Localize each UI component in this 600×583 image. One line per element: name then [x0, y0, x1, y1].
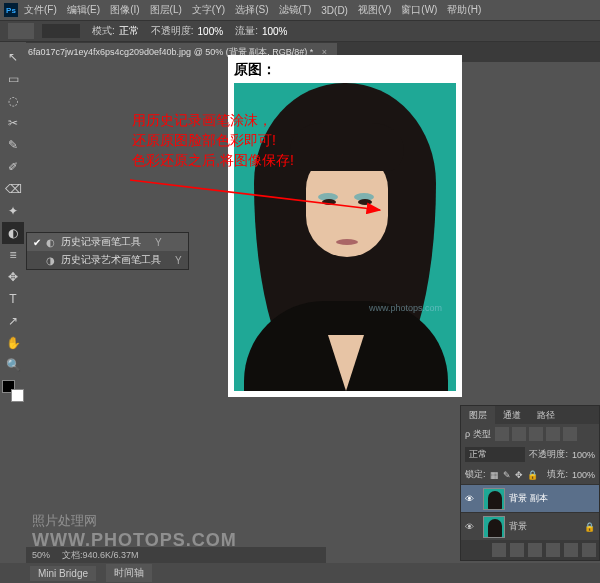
flyout-item-art-history-brush[interactable]: ◑ 历史记录艺术画笔工具 Y	[27, 251, 188, 269]
lock-icon: 🔒	[584, 522, 595, 532]
layer-thumbnail[interactable]	[483, 516, 505, 538]
gradient-tool-icon[interactable]: ≡	[2, 244, 24, 266]
history-brush-tool-icon[interactable]: ◐	[2, 222, 24, 244]
lock-transparency-icon[interactable]: ▦	[490, 470, 499, 480]
visibility-icon[interactable]: 👁	[465, 522, 479, 532]
type-tool-icon[interactable]: T	[2, 288, 24, 310]
layers-footer	[461, 540, 599, 560]
layer-filter-buttons	[495, 427, 577, 441]
app-logo: Ps	[4, 3, 18, 17]
new-group-icon[interactable]	[546, 543, 560, 557]
menu-help[interactable]: 帮助(H)	[447, 3, 481, 17]
eraser-tool-icon[interactable]: ⌫	[2, 178, 24, 200]
tutorial-annotation: 用历史记录画笔涂沫， 还原原图脸部色彩即可! 色彩还原之后,将图像保存!	[132, 110, 294, 170]
lock-position-icon[interactable]: ✥	[515, 470, 523, 480]
zoom-tool-icon[interactable]: 🔍	[2, 354, 24, 376]
background-color[interactable]	[11, 389, 24, 402]
annotation-line-1: 用历史记录画笔涂沫，	[132, 110, 294, 130]
menu-3d[interactable]: 3D(D)	[321, 5, 348, 16]
new-layer-icon[interactable]	[564, 543, 578, 557]
move-tool-icon[interactable]: ↖	[2, 46, 24, 68]
layer-fx-icon[interactable]	[510, 543, 524, 557]
tab-layers[interactable]: 图层	[461, 406, 495, 424]
hand-tool-icon[interactable]: ✋	[2, 332, 24, 354]
filter-type-icon[interactable]	[529, 427, 543, 441]
zoom-level[interactable]: 50%	[32, 550, 50, 560]
status-bar: 50% 文档:940.6K/6.37M	[26, 547, 326, 563]
delete-layer-icon[interactable]	[582, 543, 596, 557]
filter-kind-label: ρ 类型	[465, 428, 491, 441]
menu-bar: Ps 文件(F) 编辑(E) 图像(I) 图层(L) 文字(Y) 选择(S) 滤…	[0, 0, 600, 20]
menu-view[interactable]: 视图(V)	[358, 3, 391, 17]
annotation-line-2: 还原原图脸部色彩即可!	[132, 130, 294, 150]
image-label: 原图：	[234, 61, 456, 79]
pen-tool-icon[interactable]: ✥	[2, 266, 24, 288]
layer-opacity-value[interactable]: 100%	[572, 450, 595, 460]
layer-name[interactable]: 背景	[509, 520, 527, 533]
flyout-item-label: 历史记录艺术画笔工具	[61, 253, 161, 267]
fill-value[interactable]: 100%	[572, 470, 595, 480]
history-brush-flyout: ✔ ◐ 历史记录画笔工具 Y ◑ 历史记录艺术画笔工具 Y	[26, 232, 189, 270]
layer-opacity-label: 不透明度:	[529, 448, 568, 461]
bottom-panel-tabs: Mini Bridge 时间轴	[0, 563, 600, 583]
canvas-image[interactable]: 原图： www.photops.com	[228, 55, 462, 397]
lock-pixels-icon[interactable]: ✎	[503, 470, 511, 480]
brush-tool-icon[interactable]: ✐	[2, 156, 24, 178]
options-bar: 模式: 正常 不透明度: 100% 流量: 100%	[0, 20, 600, 42]
layer-mask-icon[interactable]	[528, 543, 542, 557]
clone-stamp-tool-icon[interactable]: ✦	[2, 200, 24, 222]
brush-preset-picker[interactable]	[42, 24, 80, 38]
history-brush-icon: ◐	[43, 235, 57, 249]
panel-tabs: 图层 通道 路径	[461, 406, 599, 424]
flyout-item-shortcut: Y	[175, 255, 182, 266]
tab-mini-bridge[interactable]: Mini Bridge	[30, 566, 96, 581]
lock-all-icon[interactable]: 🔒	[527, 470, 538, 480]
eyedropper-tool-icon[interactable]: ✎	[2, 134, 24, 156]
layer-name[interactable]: 背景 副本	[509, 492, 548, 505]
layer-thumbnail[interactable]	[483, 488, 505, 510]
color-swatches[interactable]	[2, 380, 24, 402]
layer-row[interactable]: 👁 背景 🔒	[461, 512, 599, 540]
flyout-item-shortcut: Y	[155, 237, 162, 248]
blend-mode-label: 模式:	[92, 24, 115, 38]
tab-channels[interactable]: 通道	[495, 406, 529, 424]
photo-watermark: www.photops.com	[369, 303, 442, 313]
flyout-item-history-brush[interactable]: ✔ ◐ 历史记录画笔工具 Y	[27, 233, 188, 251]
layers-panel: 图层 通道 路径 ρ 类型 正常 不透明度: 100% 锁定: ▦ ✎ ✥ 🔒 …	[460, 405, 600, 561]
menu-edit[interactable]: 编辑(E)	[67, 3, 100, 17]
menu-select[interactable]: 选择(S)	[235, 3, 268, 17]
fill-label: 填充:	[547, 468, 568, 481]
doc-info: 文档:940.6K/6.37M	[62, 549, 139, 562]
menu-layer[interactable]: 图层(L)	[150, 3, 182, 17]
flow-label: 流量:	[235, 24, 258, 38]
watermark-cn: 照片处理网	[32, 512, 237, 530]
menu-image[interactable]: 图像(I)	[110, 3, 139, 17]
menu-file[interactable]: 文件(F)	[24, 3, 57, 17]
layer-row[interactable]: 👁 背景 副本	[461, 484, 599, 512]
crop-tool-icon[interactable]: ✂	[2, 112, 24, 134]
path-tool-icon[interactable]: ↗	[2, 310, 24, 332]
tools-panel: ↖ ▭ ◌ ✂ ✎ ✐ ⌫ ✦ ◐ ≡ ✥ T ↗ ✋ 🔍	[0, 42, 26, 402]
menu-type[interactable]: 文字(Y)	[192, 3, 225, 17]
lasso-tool-icon[interactable]: ◌	[2, 90, 24, 112]
site-watermark: 照片处理网 WWW.PHOTOPS.COM	[32, 512, 237, 551]
filter-smart-icon[interactable]	[563, 427, 577, 441]
art-history-brush-icon: ◑	[43, 253, 57, 267]
filter-adjust-icon[interactable]	[512, 427, 526, 441]
menu-filter[interactable]: 滤镜(T)	[279, 3, 312, 17]
blend-mode-select[interactable]: 正常	[119, 24, 139, 38]
filter-shape-icon[interactable]	[546, 427, 560, 441]
flow-value[interactable]: 100%	[262, 26, 288, 37]
link-layers-icon[interactable]	[492, 543, 506, 557]
layer-blend-mode-select[interactable]: 正常	[465, 447, 525, 462]
check-icon: ✔	[33, 237, 43, 248]
menu-window[interactable]: 窗口(W)	[401, 3, 437, 17]
opacity-value[interactable]: 100%	[198, 26, 224, 37]
filter-pixel-icon[interactable]	[495, 427, 509, 441]
tab-timeline[interactable]: 时间轴	[106, 564, 152, 582]
tab-paths[interactable]: 路径	[529, 406, 563, 424]
marquee-tool-icon[interactable]: ▭	[2, 68, 24, 90]
layer-list: 👁 背景 副本 👁 背景 🔒	[461, 484, 599, 540]
visibility-icon[interactable]: 👁	[465, 494, 479, 504]
tool-preset-picker[interactable]	[8, 23, 34, 39]
